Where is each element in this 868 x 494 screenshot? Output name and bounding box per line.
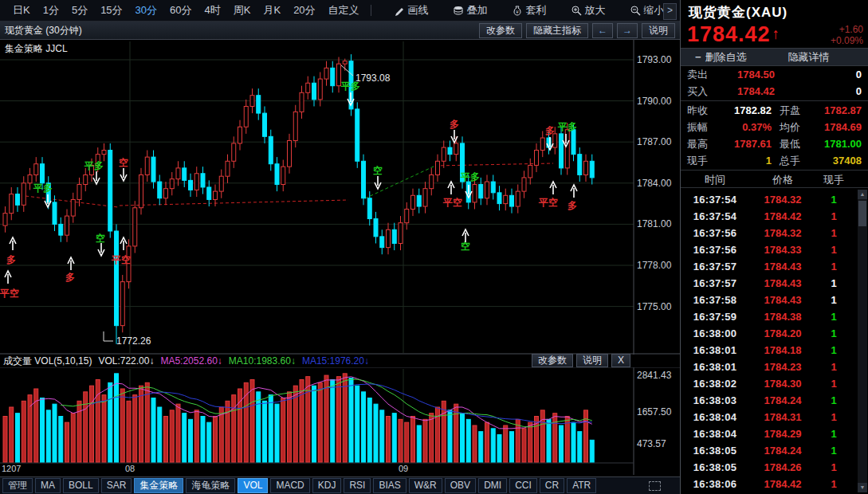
chart-btn-改参数[interactable]: 改参数 xyxy=(479,23,522,38)
period-tab-4时[interactable]: 4时 xyxy=(198,2,227,19)
tool-放大[interactable]: 放大 xyxy=(564,2,612,19)
tool-label: 画线 xyxy=(408,3,429,18)
tick-table-header: 时间价格现手 xyxy=(681,172,868,188)
volume-ma5: MA5:2052.60↓ xyxy=(160,355,222,367)
tick-header-时间: 时间 xyxy=(681,173,749,187)
indicator-tab-W&R[interactable]: W&R xyxy=(409,478,442,493)
chart-btn-→[interactable]: → xyxy=(617,23,638,38)
indicator-tab-BOLL[interactable]: BOLL xyxy=(63,478,99,493)
tick-volume: 1 xyxy=(816,378,851,390)
svg-text:2841.43: 2841.43 xyxy=(637,370,672,381)
scrollbar-thumb[interactable] xyxy=(858,201,866,226)
indicator-tab-RSI[interactable]: RSI xyxy=(344,478,371,493)
tick-volume: 1 xyxy=(816,194,851,206)
tool-叠加[interactable]: 叠加 xyxy=(446,2,494,19)
trading-app: 日K1分5分15分30分60分4时周K月K20分自定义 画线叠加¥套利放大缩小 … xyxy=(0,0,868,494)
svg-text:平多: 平多 xyxy=(33,182,53,194)
tick-volume: 1 xyxy=(816,461,851,473)
svg-text:空: 空 xyxy=(373,165,383,176)
tool-画线[interactable]: 画线 xyxy=(387,2,435,19)
tick-scrollbar[interactable]: ▲ ▼ xyxy=(858,190,867,492)
tick-time: 16:37:56 xyxy=(681,244,749,256)
volume-btn-改参数[interactable]: 改参数 xyxy=(532,354,573,367)
tick-row: 16:37:571784.431 xyxy=(681,275,858,292)
indicator-tab-海龟策略[interactable]: 海龟策略 xyxy=(186,478,235,493)
detail-value: 1787.61 xyxy=(714,138,772,150)
period-tab-周K[interactable]: 周K xyxy=(227,2,257,19)
period-tab-自定义[interactable]: 自定义 xyxy=(322,2,366,19)
chart-btn-说明[interactable]: 说明 xyxy=(642,23,675,38)
tick-row: 16:37:561784.331 xyxy=(681,241,858,258)
indicator-tab-MACD[interactable]: MACD xyxy=(270,478,309,493)
indicator-tab-BIAS[interactable]: BIAS xyxy=(373,478,406,493)
tick-row: 16:37:541784.321 xyxy=(681,191,858,208)
scroll-up-icon[interactable]: ▲ xyxy=(858,190,867,199)
scroll-down-icon[interactable]: ▼ xyxy=(858,483,867,492)
svg-text:1793.00: 1793.00 xyxy=(637,54,672,65)
period-tab-1分[interactable]: 1分 xyxy=(37,2,65,19)
indicator-tab-DMI[interactable]: DMI xyxy=(478,478,507,493)
tick-row: 16:38:061784.421 xyxy=(681,476,858,492)
chart-title: 现货黄金 (30分钟) xyxy=(5,24,82,37)
indicator-tab-管理[interactable]: 管理 xyxy=(2,478,33,493)
tick-price: 1784.33 xyxy=(749,244,816,256)
detail-label: 最低 xyxy=(780,137,807,151)
indicator-tab-VOL[interactable]: VOL xyxy=(238,478,268,493)
watchlist-actions: − 删除自选 隐藏详情 xyxy=(681,48,868,66)
indicator-tab-集金策略[interactable]: 集金策略 xyxy=(134,478,183,493)
tick-volume: 1 xyxy=(816,445,851,457)
indicator-tab-KDJ[interactable]: KDJ xyxy=(312,478,342,493)
toolbar-tools: 画线叠加¥套利放大缩小 xyxy=(376,2,671,19)
tick-header-价格: 价格 xyxy=(749,173,816,187)
tool-label: 放大 xyxy=(585,3,606,18)
tick-volume: 1 xyxy=(816,294,851,306)
volume-value: VOL:722.00↓ xyxy=(98,355,154,367)
layout-icon[interactable] xyxy=(649,481,661,491)
tick-volume: 1 xyxy=(816,478,851,490)
tick-time: 16:38:04 xyxy=(681,411,749,423)
moneybag-icon: ¥ xyxy=(512,5,523,16)
svg-text:¥: ¥ xyxy=(516,10,519,14)
tick-volume: 1 xyxy=(816,344,851,356)
period-tab-月K[interactable]: 月K xyxy=(257,2,287,19)
toolbar-expand-button[interactable]: > xyxy=(663,3,677,20)
volume-btn-说明[interactable]: 说明 xyxy=(576,354,608,367)
period-tab-5分[interactable]: 5分 xyxy=(65,2,94,19)
price-change-pct: +0.09% xyxy=(831,35,863,46)
period-tab-15分[interactable]: 15分 xyxy=(94,2,128,19)
tick-time: 16:37:58 xyxy=(681,294,749,306)
pencil-icon xyxy=(394,5,405,16)
tool-label: 缩小 xyxy=(644,3,665,18)
chart-titlebar: 现货黄金 (30分钟) 改参数隐藏主指标←→说明 xyxy=(0,22,680,40)
indicator-tab-ATR[interactable]: ATR xyxy=(567,478,596,493)
layers-icon xyxy=(453,5,464,16)
chart-btn-←[interactable]: ← xyxy=(592,23,613,38)
period-tab-20分[interactable]: 20分 xyxy=(287,2,321,19)
tool-套利[interactable]: ¥套利 xyxy=(505,2,553,19)
tick-time: 16:38:04 xyxy=(681,428,749,440)
period-tab-60分[interactable]: 60分 xyxy=(163,2,198,19)
chart-btn-隐藏主指标[interactable]: 隐藏主指标 xyxy=(526,23,588,38)
detail-value: 1781.00 xyxy=(807,138,862,150)
svg-text:平多: 平多 xyxy=(460,171,480,182)
volume-btn-X[interactable]: X xyxy=(611,354,630,367)
indicator-tab-CCI[interactable]: CCI xyxy=(509,478,537,493)
indicator-tab-OBV[interactable]: OBV xyxy=(445,478,476,493)
hide-details-button[interactable]: 隐藏详情 xyxy=(788,50,830,65)
svg-text:1784.00: 1784.00 xyxy=(637,178,672,189)
indicator-tab-SAR[interactable]: SAR xyxy=(101,478,132,493)
period-tab-30分[interactable]: 30分 xyxy=(129,2,163,19)
svg-text:多: 多 xyxy=(450,119,459,130)
candlestick-chart[interactable]: 1793.001790.001787.001784.001781.001778.… xyxy=(0,40,680,475)
svg-text:1775.00: 1775.00 xyxy=(637,301,672,312)
tick-row: 16:37:561784.321 xyxy=(681,225,858,241)
tick-price: 1784.26 xyxy=(749,461,816,473)
tick-price: 1784.18 xyxy=(749,344,816,356)
indicator-tabbar: 管理MABOLLSAR集金策略海龟策略VOLMACDKDJRSIBIASW&RO… xyxy=(0,476,680,494)
indicator-tab-MA[interactable]: MA xyxy=(35,478,61,493)
delete-watchlist-button[interactable]: − 删除自选 xyxy=(695,50,747,65)
tick-volume: 1 xyxy=(816,277,851,289)
indicator-tab-CR[interactable]: CR xyxy=(540,478,564,493)
tick-volume: 1 xyxy=(816,428,851,440)
period-tab-日K[interactable]: 日K xyxy=(6,2,37,19)
